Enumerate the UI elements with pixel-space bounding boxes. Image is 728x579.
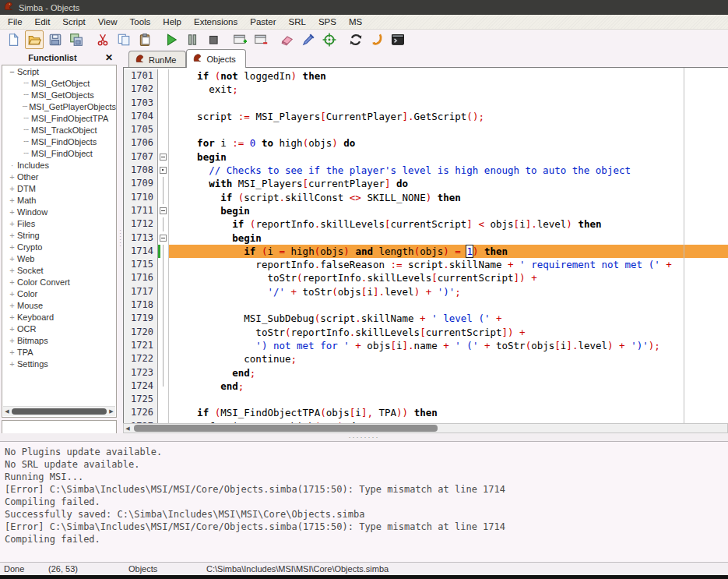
refresh-icon[interactable] [346,30,365,49]
code-line-1706[interactable]: 1706 for i := 0 to high(objs) do [124,136,728,150]
code-line-1710[interactable]: 1710 if (script.skillConst <> SKILL_NONE… [124,191,728,204]
tree-item-msi-getplayerobjects[interactable]: ┄MSI_GetPlayerObjects [2,101,116,112]
tree-item-socket[interactable]: +Socket [2,264,116,276]
tree-horizontal-scrollbar[interactable]: ◀ ▶ [3,406,115,416]
code-text[interactable]: begin [169,150,728,164]
code-text[interactable]: toStr(reportInfo.skillLevels[currentScri… [169,271,728,284]
tree-item-msi-findobjecttpa[interactable]: ┄MSI_FindObjectTPA [2,112,116,124]
expand-icon[interactable]: + [7,277,17,287]
code-line-1715[interactable]: 1715 reportInfo.falseReason := script.sk… [124,258,728,271]
code-line-1726[interactable]: 1726 if (MSI_FindObjectTPA(objs[i], TPA)… [124,406,728,419]
cut-icon[interactable] [93,30,112,49]
open-file-icon[interactable] [25,30,44,49]
tree-item-msi-trackobject[interactable]: ┄MSI_TrackObject [2,124,116,136]
code-line-1701[interactable]: 1701 if (not loggedIn) then [124,69,728,83]
fold-toggle-icon[interactable] [158,204,169,217]
menu-edit[interactable]: Edit [29,16,57,28]
code-text[interactable]: // Checks to see if the player's level i… [169,164,728,177]
tree-item-ocr[interactable]: +OCR [2,323,116,334]
code-text[interactable]: for i := 0 to high(objs) do [169,136,728,150]
code-line-1723[interactable]: 1723 end; [124,366,728,380]
code-text[interactable]: ') not met for ' + objs[i].name + ' (' +… [169,339,728,352]
code-line-1705[interactable]: 1705 [124,123,728,136]
sidebar-splitter[interactable]: ······ [118,229,122,248]
menu-tools[interactable]: Tools [123,16,157,28]
code-text[interactable]: continue; [169,352,728,365]
code-line-1708[interactable]: 1708 // Checks to see if the player's le… [124,164,728,177]
code-text[interactable]: end; [169,380,728,393]
tree-item-color[interactable]: +Color [2,288,116,299]
new-tab-icon[interactable] [230,30,249,49]
target-icon[interactable] [320,30,339,49]
copy-icon[interactable] [114,30,133,49]
tree-item-mouse[interactable]: +Mouse [2,299,116,311]
menu-help[interactable]: Help [157,16,188,28]
tree-item-web[interactable]: +Web [2,252,116,264]
tree-item-math[interactable]: +Math [2,194,116,206]
eraser-icon[interactable] [278,30,297,49]
tab-runme[interactable]: RunMe [128,51,186,68]
code-text[interactable]: script := MSI_Players[CurrentPlayer].Get… [169,110,728,123]
error-highlighted-code[interactable]: if (i = high(objs) and length(objs) = 1)… [169,245,728,258]
code-line-1704[interactable]: 1704 script := MSI_Players[CurrentPlayer… [124,110,728,123]
tree-item-other[interactable]: +Other [2,171,116,182]
code-line-1722[interactable]: 1722 continue; [124,352,728,365]
tree-item-keyboard[interactable]: +Keyboard [2,311,116,323]
menu-srl[interactable]: SRL [283,16,312,28]
code-text[interactable] [169,123,728,136]
expand-icon[interactable]: + [7,324,17,334]
code-line-1721[interactable]: 1721 ') not met for ' + objs[i].name + '… [124,339,728,352]
code-editor[interactable]: 1701 if (not loggedIn) then1702 exit;170… [123,67,728,423]
tree-item-msi-getobject[interactable]: ┄MSI_GetObject [2,77,116,89]
menu-sps[interactable]: SPS [312,16,343,28]
code-line-1707[interactable]: 1707 begin [124,150,728,164]
code-text[interactable] [169,97,728,110]
tree-item-bitmaps[interactable]: +Bitmaps [2,334,116,346]
code-line-1724[interactable]: 1724 end; [124,380,728,393]
stop-icon[interactable] [204,30,223,49]
new-file-icon[interactable] [4,30,23,49]
code-text[interactable]: end; [169,366,728,380]
expand-icon[interactable]: + [7,184,17,193]
expand-icon[interactable]: + [7,254,17,263]
terminal-icon[interactable] [389,30,407,49]
fold-toggle-icon[interactable] [158,150,169,164]
scroll-right-arrow-icon[interactable]: ▶ [107,408,115,415]
code-text[interactable] [169,393,728,406]
tree-item-crypto[interactable]: +Crypto [2,241,116,252]
expand-icon[interactable]: + [7,359,17,369]
code-text[interactable]: if (MSI_FindObjectTPA(objs[i], TPA)) the… [169,406,728,419]
expand-icon[interactable]: + [7,348,17,357]
tree-item-msi-findobjects[interactable]: ┄MSI_FindObjects [2,136,116,147]
fold-toggle-icon[interactable] [158,231,169,245]
code-text[interactable]: begin [169,231,728,245]
expand-icon[interactable]: + [7,207,17,217]
console-splitter[interactable]: ········ [0,433,728,441]
tree-item-settings[interactable]: +Settings [2,358,116,369]
expand-icon[interactable]: + [7,196,17,205]
menu-file[interactable]: File [2,16,29,28]
menu-paster[interactable]: Paster [244,16,282,28]
tree-item-script[interactable]: −Script [2,65,116,77]
fold-toggle-icon[interactable] [158,164,169,177]
code-text[interactable]: reportInfo.falseReason := script.skillNa… [169,258,728,271]
collapse-icon[interactable]: − [7,67,17,76]
paste-icon[interactable] [135,30,154,49]
tree-item-msi-getobjects[interactable]: ┄MSI_GetObjects [2,89,116,101]
tree-item-string[interactable]: +String [2,229,116,241]
code-text[interactable]: exit; [169,83,728,96]
close-tab-icon[interactable] [251,30,270,49]
expand-icon[interactable]: + [7,336,17,345]
debug-console[interactable]: No Plugins update available.No SRL updat… [0,441,728,562]
code-line-1709[interactable]: 1709 with MSI_Players[currentPlayer] do [124,177,728,190]
code-line-1702[interactable]: 1702 exit; [124,83,728,96]
code-line-1718[interactable]: 1718 [124,298,728,312]
code-text[interactable]: if (not loggedIn) then [169,69,728,83]
code-text[interactable] [169,298,728,312]
code-line-1720[interactable]: 1720 toStr(reportInfo.skillLevels[curren… [124,326,728,339]
editor-horizontal-scrollbar[interactable]: ◀ [123,423,728,433]
tree-item-dtm[interactable]: +DTM [2,182,116,194]
menu-script[interactable]: Script [56,16,91,28]
code-text[interactable]: toStr(reportInfo.skillLevels[currentScri… [169,326,728,339]
code-text[interactable]: with MSI_Players[currentPlayer] do [169,177,728,190]
